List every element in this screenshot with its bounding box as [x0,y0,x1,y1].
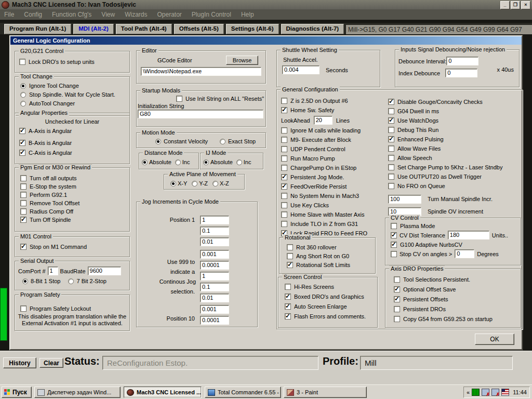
taskbar-item-mach3[interactable]: Mach3 CNC Licensed ... [124,387,202,398]
browse-button[interactable]: Browse [226,56,258,65]
menu-operator[interactable]: Operator [157,11,182,18]
checkbox-label[interactable]: G04 Dwell in ms [397,108,439,114]
radio-label[interactable]: Y-Z [199,180,208,187]
checkbox-label[interactable]: Run Macro Pump [290,155,335,162]
checkbox-label[interactable]: Persistent DROs [403,306,446,312]
checkbox-label[interactable]: M9- Execute after Block [290,137,351,143]
start-button[interactable]: Пуск [2,387,32,398]
checkbox[interactable] [20,192,26,198]
tab-settings[interactable]: Settings (Alt-6) [226,24,279,34]
history-button[interactable]: History [3,357,36,368]
tray-network-grid-icon[interactable] [472,389,480,396]
checkbox-label[interactable]: Optional Offset Save [403,286,456,292]
radio[interactable] [203,159,209,165]
menu-config[interactable]: Config [24,11,42,18]
shuttle-accel-field[interactable]: 0.004 [282,65,320,74]
checkbox-label[interactable]: G100 Adaptive NurbsCV [400,242,462,248]
checkbox[interactable] [281,127,287,134]
checkbox[interactable] [391,223,397,229]
checkbox[interactable] [20,305,26,312]
radio[interactable] [212,181,218,187]
radio[interactable] [170,181,176,187]
checkbox[interactable] [281,202,287,208]
radio-label[interactable]: 8-Bit 1 Stop [31,278,60,284]
tray-language-flag-icon[interactable] [501,389,509,396]
checkbox-label[interactable]: Allow Speech [397,155,432,161]
minimize-button[interactable]: _ [500,1,510,9]
checkbox[interactable] [394,286,400,292]
checkbox[interactable] [285,294,291,300]
checkbox[interactable] [285,284,291,290]
checkbox-label[interactable]: Radius Comp Off [30,208,73,215]
checkbox-label[interactable]: Rot 360 rollover [296,244,337,250]
checkbox[interactable] [388,117,394,124]
checkbox[interactable] [20,244,26,250]
tab-offsets[interactable]: Offsets (Alt-5) [174,24,224,34]
checkbox-label[interactable]: Enhanced Pulsing [397,136,444,142]
checkbox-label[interactable]: Rotational Soft Limits [296,262,350,268]
checkbox-label[interactable]: No FRO on Queue [397,183,445,189]
comport-field[interactable]: 1 [48,267,58,275]
radio[interactable] [142,159,148,165]
tab-tool-path[interactable]: Tool Path (Alt-4) [116,24,172,34]
radio[interactable] [192,181,197,187]
checkbox[interactable] [391,232,397,238]
close-button[interactable]: × [521,1,530,9]
checkbox-label[interactable]: Boxed DRO's and Graphics [294,294,364,300]
checkbox[interactable] [176,96,182,102]
checkbox[interactable] [394,276,400,283]
checkbox[interactable] [281,211,287,218]
checkbox-label[interactable]: Include TLO in Z from G31 [290,221,358,227]
checkbox-label[interactable]: Turn off all outputs [30,175,77,181]
checkbox-label[interactable]: C-Axis is Angular [29,150,72,156]
init-string-field[interactable]: G80 [138,110,263,118]
checkbox-label[interactable]: Set Charge Pump to 5Khz - Laser Stndby [397,164,502,170]
checkbox[interactable] [281,193,287,199]
checkbox[interactable] [20,175,26,181]
checkbox-label[interactable]: UDP Pendent Control [290,146,345,152]
checkbox-label[interactable]: Tool Selections Persistent. [403,276,470,283]
checkbox[interactable] [285,303,291,310]
checkbox[interactable] [388,145,394,152]
checkbox[interactable] [281,165,287,171]
checkbox[interactable] [287,244,293,250]
tab-diagnostics[interactable]: Diagnostics (Alt-7) [281,24,344,34]
checkbox[interactable] [388,164,394,170]
checkbox[interactable] [281,174,287,180]
debounce-interval-field[interactable]: 0 [446,57,478,65]
checkbox-label[interactable]: Use OUTPUT20 as Dwell Trigger [397,174,482,180]
tray-connection-icon[interactable]: ✗ [491,389,499,396]
jog-increment-field[interactable]: 0.1 [200,227,229,235]
radio[interactable] [236,159,242,165]
checkbox-label[interactable]: Persistent Offsets [403,296,448,302]
clear-button[interactable]: Clear [39,358,63,368]
jog-increment-field[interactable]: 0.1 [200,283,229,291]
restore-button[interactable]: ❐ [511,1,520,9]
radio[interactable] [22,278,28,284]
taskbar-item-task-manager[interactable]: Диспетчер задач Wind... [34,387,121,398]
tab-mdi[interactable]: MDI (Alt-2) [73,24,114,34]
checkbox[interactable] [388,127,394,133]
checkbox-label[interactable]: Flash Errors and comments. [294,313,366,320]
checkbox[interactable] [19,128,25,134]
tab-program-run[interactable]: Program Run (Alt-1) [4,24,71,34]
menu-function-cfgs[interactable]: Function Cfg's [52,11,91,18]
gcode-editor-path-field[interactable]: \Windows\Notepad.exe [141,67,261,76]
checkbox[interactable] [281,183,287,190]
checkbox-label[interactable]: E-Stop the system [30,183,76,190]
checkbox-label[interactable]: Stop CV on angles > [400,251,452,257]
checkbox[interactable] [19,140,25,146]
tray-connection-icon[interactable]: ✗ [482,389,489,396]
radio[interactable] [20,92,26,98]
tray-collapse-icon[interactable]: « [467,389,470,395]
menu-plugin-control[interactable]: PlugIn Control [192,11,231,18]
checkbox-label[interactable]: Perform G92.1 [30,192,67,198]
checkbox-label[interactable]: Persistent Jog Mode. [290,174,344,180]
checkbox[interactable] [281,107,287,113]
radio-label[interactable]: Inc [244,159,251,165]
checkbox-label[interactable]: Use WatchDogs [397,117,438,124]
radio[interactable] [155,139,161,144]
radio-label[interactable]: Inc [182,159,190,165]
checkbox-label[interactable]: Stop on M1 Command [30,244,87,250]
checkbox[interactable] [285,313,291,320]
